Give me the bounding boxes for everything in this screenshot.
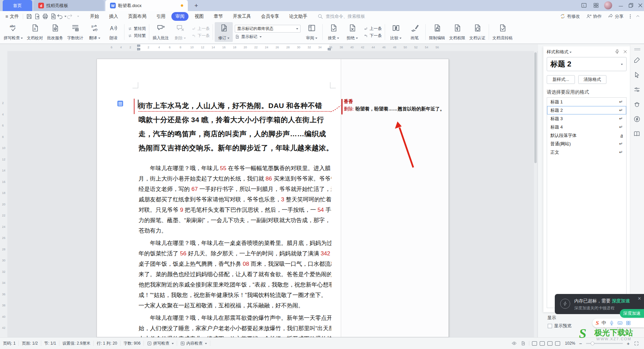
下一条-button[interactable]: 下一条: [191, 33, 210, 39]
style-item-标题 4[interactable]: 标题 4↵: [547, 123, 626, 131]
拼写检查-button[interactable]: abc拼写检查: [2, 22, 24, 42]
zoom-slider[interactable]: [586, 343, 623, 344]
tab-docer-templates[interactable]: d 找稻壳模板: [34, 0, 104, 11]
paragraph-style-icon[interactable]: [117, 101, 123, 106]
print-icon[interactable]: [41, 13, 49, 20]
page-mode-icon[interactable]: [520, 341, 526, 346]
single-page-view-icon[interactable]: 1: [580, 1, 588, 10]
new-style-button[interactable]: 新样式...: [547, 75, 575, 84]
menu-tab-章节[interactable]: 章节: [210, 12, 227, 21]
speed-boost-button[interactable]: 深度加速: [620, 309, 644, 318]
undo-icon[interactable]: [57, 13, 65, 20]
ime-logo[interactable]: S: [596, 320, 599, 327]
save-icon[interactable]: [25, 13, 33, 20]
协作-button[interactable]: 协作: [584, 13, 604, 19]
export-icon[interactable]: [33, 13, 41, 20]
上一条-button[interactable]: 上一条: [191, 26, 210, 32]
view-mode-icon[interactable]: [555, 341, 560, 346]
menu-tab-审阅[interactable]: 审阅: [171, 12, 189, 21]
status-拼写检查[interactable]: 拼写检查: [144, 341, 177, 346]
new-tab-button[interactable]: +: [192, 1, 201, 10]
朗读-button[interactable]: A朗读: [104, 22, 122, 42]
zoom-out-button[interactable]: −: [578, 341, 583, 346]
paragraph-1[interactable]: 街市上车水马龙，人山人海，好不热闹。DAU 和各种不错哦款十分还是你 34 瞧，…: [139, 99, 331, 155]
menu-tab-插入[interactable]: 插入: [105, 12, 122, 21]
speed-boost-link[interactable]: 深度加速: [612, 298, 630, 303]
删除-button[interactable]: 删除: [171, 22, 189, 42]
上一条-button[interactable]: 上一条: [363, 26, 382, 32]
style-item-标题 2[interactable]: 标题 2↵: [547, 106, 626, 114]
collapse-ribbon-icon[interactable]: [635, 14, 641, 19]
style-item-标题 1[interactable]: 标题 1↵: [547, 98, 626, 106]
修订-button[interactable]: 修订: [215, 22, 233, 42]
zoom-in-button[interactable]: +: [626, 341, 631, 346]
style-item-正文[interactable]: 正文↵: [547, 148, 626, 156]
有修改-button[interactable]: 有修改: [557, 13, 582, 19]
sliders-icon[interactable]: [633, 86, 641, 94]
文档权限-button[interactable]: 文档权限: [447, 22, 467, 42]
批改服务-button[interactable]: 批改服务: [45, 22, 65, 42]
文档流转稿-button[interactable]: 文档流转稿: [491, 22, 514, 42]
styles-panel-header[interactable]: 样式和格式: [547, 49, 572, 55]
show-preview-toggle[interactable]: 显示预览: [548, 323, 572, 329]
paragraph-2[interactable]: 年味儿在哪里？哦，年味儿 55 在爷爷一幅幅笔墨飘香的对联里。进入腊 2月，街上…: [139, 163, 331, 236]
分享-button[interactable]: 分享: [605, 13, 626, 19]
menu-tab-开始[interactable]: 开始: [86, 12, 103, 21]
显示标记-button[interactable]: 显示标记: [235, 34, 301, 40]
插入批注-button[interactable]: 插入批注: [151, 22, 170, 42]
文档校对-button[interactable]: a文档校对: [25, 22, 45, 42]
redo-icon[interactable]: [65, 13, 73, 20]
view-mode-icon[interactable]: [540, 341, 545, 346]
menu-tab-页面布局[interactable]: 页面布局: [124, 12, 150, 21]
简转繁-button[interactable]: 简转繁: [127, 33, 146, 39]
revision-comment[interactable]: 香香 删除: 盼望着，盼望着……翘首以盼的新年近了。: [344, 99, 444, 112]
minimize-button[interactable]: [616, 1, 625, 10]
speed-circle-icon[interactable]: [633, 115, 641, 123]
pin-icon[interactable]: [614, 49, 620, 54]
文档认证-button[interactable]: 文档认证: [468, 22, 487, 42]
ime-mode[interactable]: 中: [601, 320, 606, 326]
status-内容检查[interactable]: 内容检查: [177, 341, 210, 346]
view-mode-icon[interactable]: [532, 341, 537, 346]
restore-button[interactable]: [627, 1, 635, 10]
下一条-button[interactable]: 下一条: [363, 33, 382, 39]
view-mode-icon[interactable]: [547, 341, 552, 346]
menu-tab-开发工具[interactable]: 开发工具: [229, 12, 255, 21]
show-options-label[interactable]: 显示: [547, 315, 556, 321]
avatar[interactable]: [604, 1, 612, 9]
scrollbar-thumb[interactable]: [534, 52, 537, 163]
history-dropdown-icon[interactable]: [73, 13, 82, 20]
tab-home[interactable]: 首页: [3, 0, 32, 11]
style-item-标题 3[interactable]: 标题 3↵: [547, 114, 626, 123]
style-item-普通(网站)[interactable]: 普通(网站)↵: [547, 140, 626, 148]
style-item-默认段落字体[interactable]: 默认段落字体a: [547, 131, 626, 140]
vertical-ruler[interactable]: 2468101214161820222426283032343638404244: [0, 44, 7, 337]
command-search[interactable]: 查找命令、搜索模板: [317, 13, 365, 20]
ime-toolbar[interactable]: S 中: [592, 318, 644, 328]
print-preview-icon[interactable]: [49, 13, 57, 20]
限制编辑-button[interactable]: 限制编辑: [427, 22, 447, 42]
比较-button[interactable]: 比较: [387, 22, 405, 42]
grid-icon[interactable]: [626, 320, 631, 326]
拒绝-button[interactable]: 拒绝: [343, 22, 361, 42]
zoom-slider-thumb[interactable]: [591, 342, 594, 345]
翻译-button[interactable]: a中翻译: [86, 22, 104, 42]
eye-protection-icon[interactable]: [511, 341, 518, 346]
fullscreen-icon[interactable]: [634, 341, 639, 346]
popup-close-icon[interactable]: ✕: [638, 296, 641, 301]
book-search-icon[interactable]: [633, 130, 641, 138]
paragraph-3[interactable]: 年味儿在哪里？哦，年味儿在一桌桌香喷喷的菜肴里。腊月底，妈妈为过年的饭菜忙活了 …: [139, 238, 331, 311]
more-icon[interactable]: [627, 14, 633, 19]
current-style-combo[interactable]: 标题 2: [547, 57, 627, 71]
close-button[interactable]: [636, 1, 644, 10]
strip-handle[interactable]: [634, 48, 640, 49]
preview-checkbox[interactable]: [548, 324, 552, 328]
panel-close-icon[interactable]: [623, 49, 628, 54]
clear-format-button[interactable]: 清除格式: [578, 75, 606, 84]
mic-icon[interactable]: [609, 320, 614, 326]
画笔-button[interactable]: 画笔: [406, 22, 424, 42]
menu-tab-引用[interactable]: 引用: [152, 12, 169, 21]
zoom-level[interactable]: 102%: [565, 341, 575, 346]
繁转简-button[interactable]: 繁转简: [127, 26, 146, 32]
cursor-icon[interactable]: [633, 71, 641, 79]
